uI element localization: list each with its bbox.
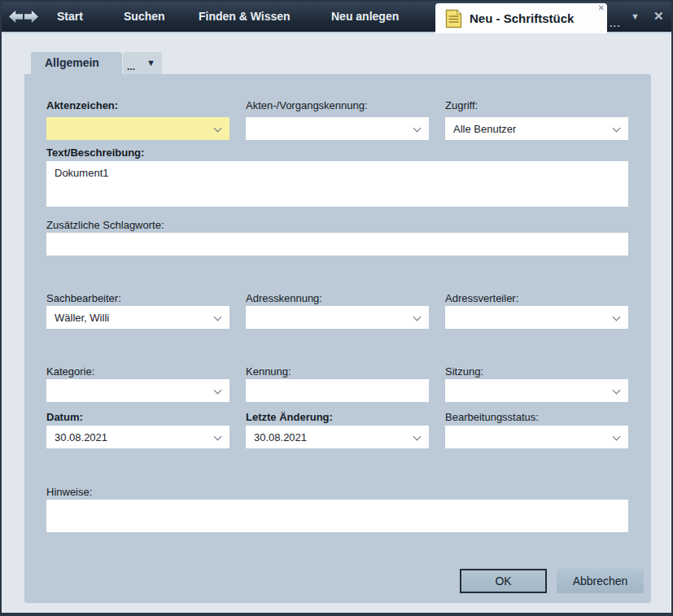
chevron-down-icon [413,313,422,321]
chevron-down-icon [413,125,422,133]
aktenzeichen-combobox[interactable] [46,117,229,140]
chevron-down-icon [214,125,222,133]
label-sitzung: Sitzung: [445,365,483,378]
chevron-down-icon [613,313,621,321]
label-datum: Datum: [46,411,83,423]
label-sachbearbeiter: Sachbearbeiter: [46,292,121,304]
tab-neu-anlegen[interactable]: Neu anlegen [331,2,399,32]
label-kennung: Kennung: [246,365,291,378]
hinweise-textarea[interactable] [46,500,628,532]
back-icon[interactable] [9,11,23,23]
adressverteiler-combobox[interactable] [445,306,628,329]
label-adresskennung: Adresskennung: [246,292,322,304]
forward-icon[interactable] [24,11,38,23]
zugriff-value: Alle Benutzer [453,123,516,135]
label-zugriff: Zugriff: [445,99,478,111]
ok-button[interactable]: OK [460,569,547,593]
text-beschreibung-textarea[interactable]: Dokument1 [46,161,628,207]
sachbearbeiter-value: Wäller, Willi [55,312,109,324]
label-letzte-aenderung: Letzte Änderung: [246,411,333,423]
active-tab-label: Neu - Schriftstück [470,11,574,25]
ribbon-tab-bar: Start Suchen Finden & Wissen Neu anlegen… [2,2,671,33]
datum-value: 30.08.2021 [55,431,107,443]
tab-more[interactable]: ... ▼ [123,52,162,74]
chevron-down-icon [613,125,621,133]
sitzung-combobox[interactable] [445,379,628,402]
label-aktenzeichen: Aktenzeichen: [46,99,118,111]
zusaetzliche-schlagworte-input[interactable] [46,233,628,256]
tab-overflow-ellipsis[interactable]: ... [610,17,621,29]
sachbearbeiter-combobox[interactable]: Wäller, Willi [46,306,229,329]
label-kategorie: Kategorie: [46,365,94,378]
chevron-down-icon [413,433,422,441]
datum-combobox[interactable]: 30.08.2021 [46,426,229,448]
abbrechen-button[interactable]: Abbrechen [557,569,644,593]
tab-suchen[interactable]: Suchen [124,2,165,32]
label-zusaetzliche-schlagworte: Zusätzliche Schlagworte: [46,219,164,231]
zugriff-combobox[interactable]: Alle Benutzer [445,117,628,140]
chevron-down-icon [613,433,621,441]
chevron-down-icon [214,313,222,321]
tab-list-dropdown-icon[interactable]: ▼ [631,11,640,21]
nav-arrows [9,11,38,23]
note-document-icon [445,9,462,28]
label-adressverteiler: Adressverteiler: [445,292,518,304]
more-tabs-dropdown-icon: ▼ [146,58,155,68]
form-panel: Aktenzeichen: Akten-/Vorgangskennung: Zu… [24,74,651,603]
tab-close-icon[interactable]: ✕ [598,3,605,13]
tab-allgemein[interactable]: Allgemein [31,52,122,74]
label-bearbeitungsstatus: Bearbeitungsstatus: [445,411,539,423]
more-tabs-ellipsis-icon: ... [127,61,135,72]
chevron-down-icon [214,387,222,395]
close-icon[interactable]: ✕ [653,9,664,24]
chevron-down-icon [613,387,621,395]
label-akten-vorgangskennung: Akten-/Vorgangskennung: [246,99,368,111]
kennung-input[interactable] [246,379,429,402]
tab-start[interactable]: Start [57,2,83,32]
tab-finden-wissen[interactable]: Finden & Wissen [199,2,291,32]
kategorie-combobox[interactable] [46,379,229,402]
label-hinweise: Hinweise: [46,486,92,498]
app-window: Start Suchen Finden & Wissen Neu anlegen… [0,0,673,616]
chevron-down-icon [214,433,222,441]
bearbeitungsstatus-combobox[interactable] [445,426,628,448]
akten-vorgangskennung-combobox[interactable] [246,117,429,140]
letzte-aenderung-value: 30.08.2021 [254,431,307,443]
letzte-aenderung-combobox[interactable]: 30.08.2021 [246,426,429,448]
label-text-beschreibung: Text/Beschreibung: [46,146,144,159]
tab-neu-schriftstueck[interactable]: Neu - Schriftstück ✕ [435,3,607,33]
form-tabstrip: Allgemein ... ▼ [31,52,162,74]
adresskennung-combobox[interactable] [246,306,429,329]
